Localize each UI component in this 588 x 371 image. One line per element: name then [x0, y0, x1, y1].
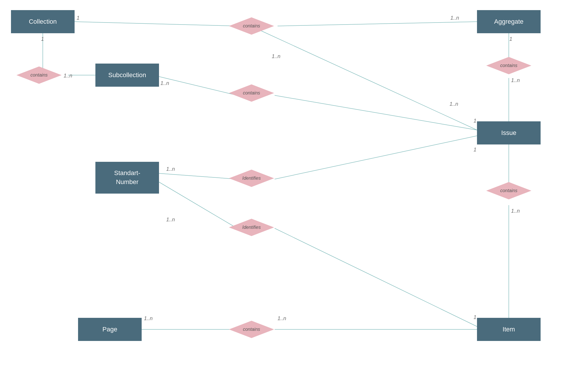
card-1n-standart-identifies-top: 1..n: [166, 166, 175, 172]
card-1n-page-right: 1..n: [144, 316, 153, 322]
svg-text:contains: contains: [500, 63, 517, 68]
entity-subcollection: Subcollection: [95, 64, 159, 87]
svg-text:Identifies: Identifies: [242, 225, 261, 230]
svg-line-10: [159, 173, 237, 179]
svg-text:contains: contains: [500, 188, 517, 193]
entity-page: Page: [78, 318, 142, 341]
svg-line-0: [75, 22, 237, 26]
card-1n-subcollection-right: 1..n: [160, 80, 169, 86]
card-1n-contains-right-bottom: 1..n: [511, 77, 520, 84]
diamond-contains-left: contains: [16, 66, 62, 84]
card-1-issue-top: 1: [474, 118, 476, 124]
entity-standart-number: Standart-Number: [95, 162, 159, 194]
card-1n-contains-page-right: 1..n: [278, 316, 286, 322]
card-1-item-top: 1: [474, 314, 476, 320]
card-1n-standart-identifies-bot: 1..n: [166, 217, 175, 223]
svg-line-1: [278, 22, 477, 26]
diamond-contains-mid: contains: [228, 84, 275, 102]
diamond-contains-page: contains: [228, 320, 275, 339]
entity-aggregate: Aggregate: [477, 10, 541, 33]
svg-text:contains: contains: [243, 23, 260, 28]
diamond-identifies-top: Identifies: [228, 169, 275, 188]
card-1-issue-bottom: 1: [474, 147, 476, 153]
svg-line-11: [275, 136, 477, 179]
diamond-contains-top: contains: [228, 17, 275, 35]
svg-line-4: [159, 77, 237, 95]
diamond-identifies-bot: Identifies: [228, 218, 275, 237]
svg-text:contains: contains: [243, 90, 260, 95]
entity-issue: Issue: [477, 121, 541, 144]
er-diagram: Collection Aggregate Subcollection Issue…: [0, 0, 588, 371]
svg-text:Identifies: Identifies: [242, 176, 261, 181]
card-1n-contains-mid-right: 1..n: [450, 101, 458, 107]
entity-item: Item: [477, 318, 541, 341]
svg-line-13: [275, 228, 477, 327]
card-1-aggregate-bottom: 1: [509, 36, 512, 42]
svg-line-6: [275, 95, 477, 130]
card-1n-contains-top-diag: 1..n: [272, 53, 280, 60]
svg-text:contains: contains: [30, 73, 48, 77]
card-1n-contains-top-right: 1..n: [450, 15, 459, 21]
svg-text:contains: contains: [243, 327, 260, 332]
card-1n-contains-left-right: 1..n: [64, 73, 72, 79]
card-1n-issue-item: 1..n: [511, 208, 520, 214]
svg-line-5: [260, 30, 477, 130]
card-1-collection-bottom: 1: [41, 36, 44, 42]
diamond-contains-right: contains: [486, 56, 532, 75]
card-1-collection-right: 1: [77, 15, 79, 21]
entity-collection: Collection: [11, 10, 75, 33]
diamond-contains-issue: contains: [486, 181, 532, 200]
